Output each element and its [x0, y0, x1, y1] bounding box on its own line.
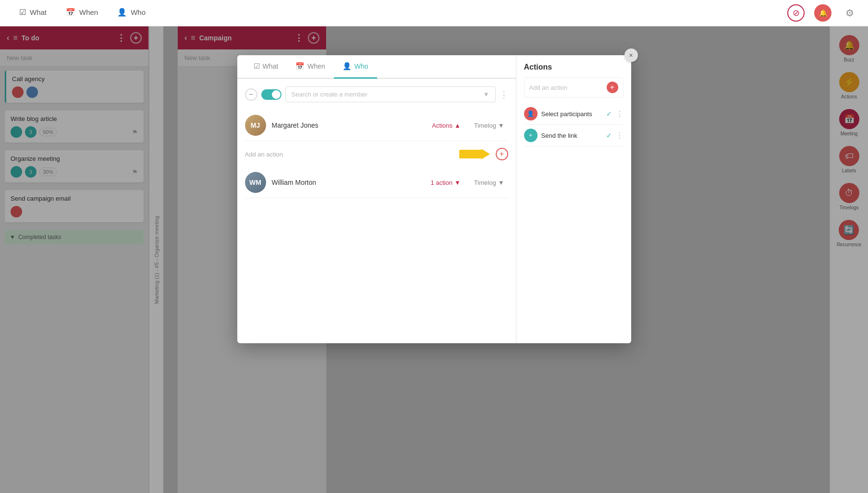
actions-chevron-william: ▼: [454, 179, 461, 186]
settings-icon[interactable]: ⚙: [841, 4, 858, 22]
modal-content: − Search or create a member ▼ ⋮: [237, 79, 516, 343]
when-icon: 📅: [66, 8, 75, 17]
remove-member-button[interactable]: −: [245, 88, 257, 101]
modal-tab-who-label: Who: [355, 62, 368, 70]
search-chevron-icon: ▼: [483, 91, 489, 98]
send-link-text: Send the link: [541, 132, 602, 139]
tab-who-label: Who: [131, 8, 146, 16]
modal-overlay: × ☑ What 📅 When 👤 Who: [0, 26, 868, 493]
tab-when[interactable]: 📅 When: [56, 0, 108, 26]
member-name-margaret: Margaret Jones: [272, 121, 423, 129]
modal-tabs: ☑ What 📅 When 👤 Who: [237, 55, 516, 79]
timelog-label-margaret: Timelog: [474, 122, 496, 129]
action-item-send-link: + Send the link ✓ ⋮: [524, 125, 623, 146]
modal-tab-who[interactable]: 👤 Who: [334, 55, 377, 79]
member-name-william: William Morton: [272, 179, 421, 186]
modal-when-icon: 📅: [295, 62, 305, 71]
modal-what-icon: ☑: [254, 62, 260, 71]
add-action-input-placeholder: Add an action: [529, 84, 603, 91]
tab-what-label: What: [30, 8, 47, 16]
actions-panel-title: Actions: [524, 63, 623, 72]
what-icon: ☑: [19, 8, 26, 17]
timelog-chevron-margaret: ▼: [498, 122, 504, 129]
member-row-margaret: MJ Margaret Jones Actions ▲ Timelog ▼: [245, 110, 508, 141]
add-action-row: Add an action +: [245, 143, 508, 165]
member-row-william: WM William Morton 1 action ▼ Timelog ▼: [245, 167, 508, 198]
add-action-label: Add an action: [245, 151, 453, 158]
modal-who-icon: 👤: [342, 62, 352, 71]
main-area: ‹ ≡ To do ⋮ + New task Call agency: [0, 26, 868, 493]
tab-when-label: When: [79, 8, 98, 16]
avatar-margaret: MJ: [245, 115, 266, 136]
task-modal: × ☑ What 📅 When 👤 Who: [237, 55, 631, 343]
action-item-select-participants: 👤 Select participants ✓ ⋮: [524, 103, 623, 125]
send-link-icon: +: [524, 129, 538, 142]
add-action-input-field[interactable]: Add an action +: [524, 77, 623, 97]
actions-label-william: 1 action: [430, 179, 452, 186]
tab-what[interactable]: ☑ What: [10, 0, 56, 26]
modal-tab-when[interactable]: 📅 When: [287, 55, 334, 79]
member-search-row: − Search or create a member ▼ ⋮: [245, 86, 508, 102]
send-link-menu-icon[interactable]: ⋮: [616, 131, 623, 140]
member-actions-button-margaret[interactable]: Actions ▲: [428, 120, 465, 131]
modal-left-panel: ☑ What 📅 When 👤 Who: [237, 55, 516, 343]
filter-icon[interactable]: ⊘: [787, 4, 805, 22]
tab-who[interactable]: 👤 Who: [108, 0, 155, 26]
select-participants-menu-icon[interactable]: ⋮: [616, 109, 623, 119]
arrow-head-icon: [481, 149, 490, 159]
member-search-input[interactable]: Search or create a member ▼: [285, 86, 496, 102]
member-type-toggle[interactable]: [261, 89, 281, 100]
modal-tab-what[interactable]: ☑ What: [245, 55, 287, 79]
modal-close-button[interactable]: ×: [624, 48, 638, 62]
member-menu-icon[interactable]: ⋮: [500, 89, 508, 100]
top-nav-right: ⊘ 🔔 ⚙: [787, 4, 858, 22]
member-actions-button-william[interactable]: 1 action ▼: [427, 177, 464, 188]
add-action-plus-button[interactable]: +: [496, 148, 508, 160]
select-participants-icon: 👤: [524, 107, 538, 120]
select-participants-text: Select participants: [541, 110, 602, 118]
search-placeholder: Search or create a member: [292, 91, 367, 98]
actions-chevron-margaret: ▲: [454, 122, 461, 129]
who-icon: 👤: [117, 8, 127, 17]
avatar-william: WM: [245, 172, 266, 193]
timelog-label-william: Timelog: [474, 179, 496, 186]
member-timelog-button-william[interactable]: Timelog ▼: [470, 177, 508, 188]
send-link-check-icon[interactable]: ✓: [606, 132, 612, 139]
modal-actions-panel: Actions Add an action + 👤 Select partici…: [516, 55, 631, 343]
notifications-icon[interactable]: 🔔: [814, 4, 831, 22]
toggle-dot: [272, 90, 281, 99]
top-nav: ☑ What 📅 When 👤 Who ⊘ 🔔 ⚙: [0, 0, 868, 26]
modal-tab-when-label: When: [307, 62, 325, 70]
add-action-input-plus[interactable]: +: [607, 82, 618, 93]
actions-label-margaret: Actions: [432, 122, 452, 129]
timelog-chevron-william: ▼: [498, 179, 504, 186]
arrow-body: [459, 150, 481, 158]
select-participants-check-icon[interactable]: ✓: [606, 110, 612, 118]
top-nav-tabs: ☑ What 📅 When 👤 Who: [10, 0, 155, 26]
arrow-indicator: [459, 149, 490, 159]
modal-tab-what-label: What: [263, 62, 279, 70]
member-timelog-button-margaret[interactable]: Timelog ▼: [470, 120, 508, 131]
